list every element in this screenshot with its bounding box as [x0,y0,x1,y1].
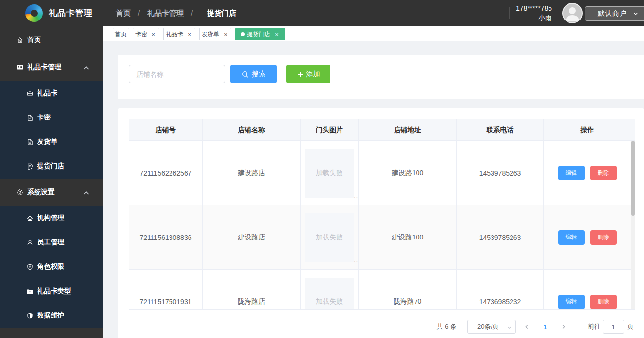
chevron-up-icon [82,189,90,197]
page-size-value: 20条/页 [477,322,499,331]
scrollbar-thumb[interactable] [631,141,635,216]
breadcrumb-current: 提货门店 [207,9,236,17]
cell-store-no: 72111517501931 [129,270,203,310]
sidebar-item-shipment[interactable]: 发货单 [0,130,103,154]
delete-button[interactable]: 删除 [590,166,617,180]
tab-home[interactable]: 首页 [113,28,129,40]
close-icon[interactable]: × [222,31,229,38]
org-home-icon [26,215,34,222]
image-alt-dots: .. [354,193,358,199]
sidebar-item-settings-group[interactable]: 系统设置 [0,179,103,206]
add-button-label: 添加 [306,70,320,79]
tab-giftcard[interactable]: 礼品卡× [163,28,195,40]
plus-icon [297,71,303,78]
sidebar-item-label: 礼品卡 [37,89,57,98]
sidebar-item-label: 系统设置 [27,188,55,197]
close-icon[interactable]: × [186,31,193,38]
tab-label: 首页 [115,30,127,39]
tags-view-bar: 首页 卡密× 礼品卡× 发货单× 提货门店× [103,26,644,41]
table-scrollbar[interactable] [631,141,635,309]
store-name-input[interactable] [129,65,225,83]
document-icon [26,114,34,121]
sidebar-item-label: 机构管理 [37,214,64,222]
delete-button[interactable]: 删除 [590,295,617,309]
page-size-select[interactable]: 20条/页 [467,320,516,334]
edit-button[interactable]: 编辑 [558,230,585,245]
edit-button[interactable]: 编辑 [558,295,585,309]
sidebar-item-home[interactable]: 首页 [0,26,103,54]
table-header-row: 店铺号 店铺名称 门头图片 店铺地址 联系电话 操作 [129,119,635,141]
sidebar: 首页 礼品卡管理 礼品卡 卡密 发货单 提货门店 系统设置 机构管理 [0,26,103,338]
sidebar-item-data-maintenance[interactable]: 数据维护 [0,303,103,328]
sidebar-item-label: 提货门店 [37,162,64,171]
gear-icon [16,188,24,196]
user-name: 小雨 [498,13,552,22]
sidebar-item-giftcard-types[interactable]: 礼品卡类型 [0,279,103,303]
cell-store-image: 加载失败.. [301,141,359,205]
sidebar-item-label: 礼品卡管理 [27,63,61,72]
tab-label: 礼品卡 [166,30,183,39]
store-doc-icon [26,163,34,170]
col-store-image: 门头图片 [301,119,359,140]
edit-button[interactable]: 编辑 [558,166,585,180]
tab-shipment[interactable]: 发货单× [199,28,231,40]
breadcrumb-separator: / [184,0,200,26]
table-body: 72111562262567 建设路店 加载失败.. 建设路100 145397… [129,141,635,310]
sidebar-item-staff[interactable]: 员工管理 [0,230,103,255]
sidebar-item-giftcard-group[interactable]: 礼品卡管理 [0,54,103,81]
merchant-select-button[interactable]: 默认商户 [585,6,644,21]
image-error-placeholder: 加载失败.. [305,213,354,262]
sidebar-item-pickup-store[interactable]: 提货门店 [0,154,103,179]
search-button[interactable]: 搜索 [230,65,277,83]
image-error-text: 加载失败 [316,233,343,242]
sidebar-item-cardkey[interactable]: 卡密 [0,105,103,130]
close-icon[interactable]: × [273,31,280,38]
sidebar-item-label: 员工管理 [37,238,64,247]
tab-pickup-store[interactable]: 提货门店× [235,28,285,40]
image-error-placeholder: 加载失败.. [305,278,354,310]
cell-store-name: 建设路店 [203,205,301,269]
chevron-up-icon [82,64,90,72]
chevron-down-icon [633,11,639,17]
cell-store-address: 陇海路70 [359,270,457,310]
next-page-button[interactable] [553,324,574,330]
search-icon [242,71,249,78]
avatar[interactable] [562,3,583,23]
tab-label: 卡密 [135,30,147,39]
col-actions: 操作 [544,119,631,140]
close-icon[interactable]: × [150,31,157,38]
app-title: 礼品卡管理 [49,0,93,26]
prev-page-button[interactable] [516,324,537,330]
app-logo-icon [25,4,43,22]
breadcrumb-home[interactable]: 首页 [116,9,131,17]
page-number[interactable]: 1 [537,323,553,331]
add-button[interactable]: 添加 [286,65,330,83]
goto-page-input[interactable] [603,320,624,334]
delete-button[interactable]: 删除 [590,230,617,245]
sidebar-item-org[interactable]: 机构管理 [0,206,103,230]
cell-store-image: 加载失败.. [301,205,359,269]
col-store-address: 店铺地址 [359,119,457,140]
table-card: 店铺号 店铺名称 门头图片 店铺地址 联系电话 操作 7211156226256… [118,108,644,338]
pagination-total: 共 6 条 [437,322,456,331]
breadcrumb: 首页/礼品卡管理/提货门店 [116,0,236,26]
cell-store-phone: 14539785263 [457,141,544,205]
shield-badge-icon [26,263,34,271]
tab-cardkey[interactable]: 卡密× [133,28,159,40]
cell-store-name: 陇海路店 [203,270,301,310]
goto-label: 前往 [588,322,601,331]
user-icon [563,4,582,22]
sidebar-item-label: 数据维护 [37,311,64,320]
sidebar-item-roles[interactable]: 角色权限 [0,255,103,279]
user-phone: 178*****785 [498,4,552,13]
gift-card-icon [16,63,24,71]
sidebar-submenu-settings: 机构管理 员工管理 角色权限 礼品卡类型 数据维护 [0,206,103,328]
cell-store-name: 建设路店 [203,141,301,205]
cell-store-phone: 14539785263 [457,205,544,269]
col-store-phone: 联系电话 [457,119,544,140]
sidebar-item-label: 卡密 [37,113,51,122]
merchant-label: 默认商户 [598,9,627,18]
sidebar-submenu-giftcard: 礼品卡 卡密 发货单 提货门店 [0,81,103,179]
breadcrumb-giftcard[interactable]: 礼品卡管理 [147,9,184,17]
sidebar-item-giftcard[interactable]: 礼品卡 [0,81,103,105]
